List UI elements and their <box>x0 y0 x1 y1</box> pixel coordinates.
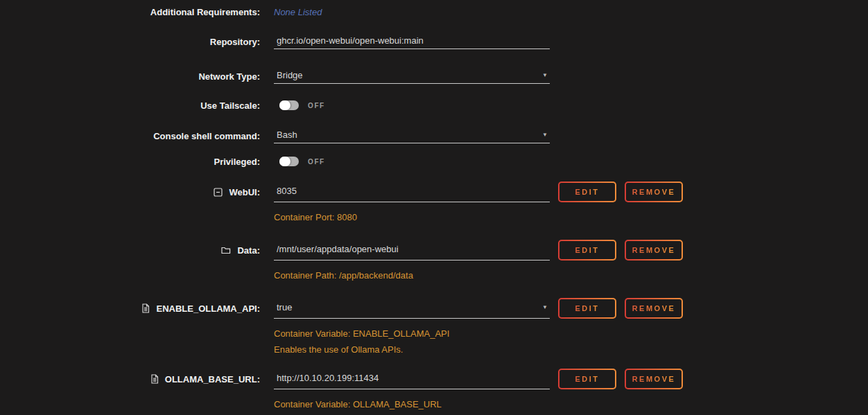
ctrl-col: Bridge ▼ <box>274 69 550 84</box>
use-tailscale-label: Use Tailscale: <box>200 100 260 111</box>
ctrl-col: None Listed <box>274 6 550 18</box>
row-additional-requirements: Additional Requirements: None Listed <box>0 4 868 19</box>
enable-ollama-api-value: true <box>274 302 292 315</box>
ctrl-col: Bash ▼ <box>274 128 550 143</box>
network-type-label: Network Type: <box>198 71 260 82</box>
config-block-ollama-base-url: OLLAMA_BASE_URL: EDIT REMOVE Container V… <box>0 369 868 412</box>
row-enable-ollama-api: ENABLE_OLLAMA_API: true ▼ EDIT REMOVE <box>0 298 868 319</box>
remove-button[interactable]: REMOVE <box>625 298 683 319</box>
chevron-down-icon: ▼ <box>542 132 550 140</box>
btn-col: EDIT REMOVE <box>558 369 683 389</box>
additional-requirements-label: Additional Requirements: <box>150 7 260 17</box>
docker-container-settings-form: Additional Requirements: None Listed Rep… <box>0 0 868 412</box>
repository-input[interactable] <box>274 35 550 48</box>
ollama-base-url-input[interactable] <box>274 373 550 385</box>
data-container-path-note: Container Path: /app/backend/data <box>274 269 868 283</box>
row-privileged: Privileged: OFF <box>0 154 868 169</box>
label-col: ENABLE_OLLAMA_API: <box>0 303 260 314</box>
remove-button-label: REMOVE <box>632 188 676 196</box>
ollama-base-url-variable-note: Container Variable: OLLAMA_BASE_URL <box>274 398 868 412</box>
remove-button-label: REMOVE <box>632 375 676 383</box>
ollama-base-url-label: OLLAMA_BASE_URL: <box>165 374 260 385</box>
edit-button[interactable]: EDIT <box>558 298 616 319</box>
folder-icon <box>221 246 231 254</box>
config-block-enable-ollama-api: ENABLE_OLLAMA_API: true ▼ EDIT REMOVE Co… <box>0 298 868 357</box>
toggle-wrap: OFF <box>279 100 550 110</box>
console-shell-command-value: Bash <box>274 130 297 142</box>
enable-ollama-api-label: ENABLE_OLLAMA_API: <box>156 303 260 314</box>
config-block-data: Data: EDIT REMOVE Container Path: /app/b… <box>0 240 868 283</box>
network-type-value: Bridge <box>274 70 303 82</box>
data-path-input[interactable] <box>274 244 550 256</box>
ctrl-col: true ▼ <box>274 298 550 319</box>
config-block-webui: WebUI: EDIT REMOVE Container Port: 8080 <box>0 182 868 224</box>
privileged-label: Privileged: <box>214 157 260 167</box>
remove-button[interactable]: REMOVE <box>625 182 683 202</box>
btn-col: EDIT REMOVE <box>558 298 683 319</box>
row-webui: WebUI: EDIT REMOVE <box>0 182 868 202</box>
chevron-down-icon: ▼ <box>542 304 550 312</box>
edit-button[interactable]: EDIT <box>558 369 616 389</box>
toggle-knob <box>279 100 290 110</box>
enable-ollama-api-description-note: Enables the use of Ollama APIs. <box>274 342 868 357</box>
ctrl-col <box>274 369 550 389</box>
console-shell-command-select[interactable]: Bash ▼ <box>274 128 550 143</box>
edit-button-label: EDIT <box>575 375 599 383</box>
enable-ollama-api-variable-note: Container Variable: ENABLE_OLLAMA_API <box>274 327 868 341</box>
remove-button[interactable]: REMOVE <box>625 240 683 261</box>
data-field <box>274 240 550 261</box>
webui-port-input[interactable] <box>274 186 550 198</box>
additional-requirements-value: None Listed <box>274 7 322 17</box>
webui-label: WebUI: <box>229 187 260 197</box>
edit-button-label: EDIT <box>575 304 599 312</box>
edit-button[interactable]: EDIT <box>558 182 616 202</box>
label-col: Repository: <box>0 37 260 47</box>
console-shell-command-label: Console shell command: <box>153 131 260 141</box>
row-use-tailscale: Use Tailscale: OFF <box>0 98 868 113</box>
enable-ollama-api-select[interactable]: true ▼ <box>274 298 550 319</box>
ctrl-col: OFF <box>274 100 550 110</box>
edit-button-label: EDIT <box>575 188 599 196</box>
network-type-select[interactable]: Bridge ▼ <box>274 69 550 84</box>
use-tailscale-state: OFF <box>308 102 325 109</box>
remove-button-label: REMOVE <box>632 304 676 312</box>
ctrl-col <box>274 240 550 261</box>
row-repository: Repository: <box>0 34 868 49</box>
label-col: Data: <box>0 245 260 256</box>
file-icon <box>141 303 150 313</box>
file-icon <box>150 374 159 384</box>
row-console-shell-command: Console shell command: Bash ▼ <box>0 128 868 143</box>
row-network-type: Network Type: Bridge ▼ <box>0 69 868 84</box>
chevron-down-icon: ▼ <box>542 72 550 80</box>
label-col: Privileged: <box>0 157 260 167</box>
use-tailscale-toggle[interactable] <box>279 100 299 110</box>
edit-button-label: EDIT <box>575 246 599 254</box>
ctrl-col: OFF <box>274 157 550 166</box>
toggle-knob <box>279 157 290 166</box>
webui-field <box>274 182 550 202</box>
ctrl-col <box>274 182 550 202</box>
label-col: Console shell command: <box>0 131 260 141</box>
privileged-state: OFF <box>308 158 325 166</box>
data-label: Data: <box>237 245 260 256</box>
btn-col: EDIT REMOVE <box>558 182 683 202</box>
toggle-wrap: OFF <box>279 157 550 166</box>
label-col: WebUI: <box>0 187 260 197</box>
row-ollama-base-url: OLLAMA_BASE_URL: EDIT REMOVE <box>0 369 868 389</box>
ctrl-col <box>274 34 550 49</box>
label-col: Additional Requirements: <box>0 7 260 17</box>
label-col: OLLAMA_BASE_URL: <box>0 374 260 385</box>
remove-button[interactable]: REMOVE <box>625 369 683 389</box>
edit-button[interactable]: EDIT <box>558 240 616 261</box>
label-col: Network Type: <box>0 71 260 82</box>
ollama-base-url-field <box>274 369 550 389</box>
remove-button-label: REMOVE <box>632 246 676 254</box>
row-data: Data: EDIT REMOVE <box>0 240 868 261</box>
label-col: Use Tailscale: <box>0 100 260 111</box>
webui-container-port-note: Container Port: 8080 <box>274 211 868 224</box>
repository-label: Repository: <box>210 37 260 47</box>
btn-col: EDIT REMOVE <box>558 240 683 261</box>
port-icon <box>214 188 223 197</box>
repository-field <box>274 34 550 49</box>
privileged-toggle[interactable] <box>279 157 299 166</box>
